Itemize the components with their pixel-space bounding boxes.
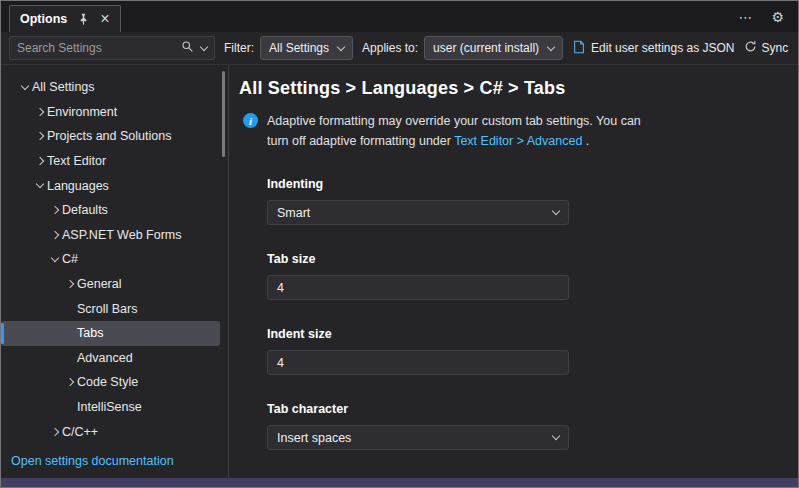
app-body: All Settings Environment Projects and So…	[1, 65, 798, 478]
sidebar-item-general[interactable]: General	[1, 272, 220, 297]
text-editor-advanced-link[interactable]: Text Editor > Advanced	[454, 134, 582, 148]
search-input[interactable]	[17, 41, 174, 55]
tree-item-label: Tabs	[77, 326, 103, 340]
field-tab-size: Tab size	[267, 252, 569, 300]
chevron-right-icon[interactable]	[32, 109, 47, 115]
chevron-right-icon[interactable]	[32, 133, 47, 139]
titlebar-actions: ⋯ ⚙	[738, 1, 798, 32]
field-indenting: Indenting Smart	[267, 177, 569, 225]
chevron-down-icon[interactable]	[47, 258, 62, 261]
sidebar-item-code-style[interactable]: Code Style	[1, 370, 220, 395]
sidebar-item-text-editor[interactable]: Text Editor	[1, 149, 220, 174]
chevron-right-icon[interactable]	[62, 379, 77, 385]
adaptive-formatting-note: i Adaptive formatting may override your …	[243, 111, 763, 151]
indent-size-control	[267, 350, 569, 375]
tab-title: Options	[20, 12, 67, 26]
tree-item-label: Advanced	[77, 351, 133, 365]
search-box[interactable]	[9, 36, 215, 60]
tab-character-select[interactable]: Insert spaces	[267, 425, 569, 450]
search-icon[interactable]	[181, 39, 194, 57]
tab-options[interactable]: Options ×	[9, 5, 121, 32]
sidebar-item-scroll-bars[interactable]: Scroll Bars	[1, 296, 220, 321]
sidebar-item-languages[interactable]: Languages	[1, 173, 220, 198]
breadcrumb: All Settings > Languages > C# > Tabs	[239, 78, 778, 99]
applies-to-group: Applies to: user (current install)	[362, 36, 563, 60]
field-indent-size: Indent size	[267, 327, 569, 375]
chevron-down-icon[interactable]	[17, 86, 32, 89]
tree-item-label: Languages	[47, 179, 109, 193]
tree-item-label: C#	[62, 252, 78, 266]
edit-json-button[interactable]: Edit user settings as JSON	[572, 40, 734, 57]
indenting-label: Indenting	[267, 177, 569, 191]
sync-icon	[744, 40, 757, 56]
tree-item-label: Text Editor	[47, 154, 106, 168]
sidebar-item-all-settings[interactable]: All Settings	[1, 75, 220, 100]
chevron-down-icon	[547, 42, 555, 50]
sidebar-item-csharp[interactable]: C#	[1, 247, 220, 272]
applies-to-value: user (current install)	[433, 41, 539, 55]
tree-item-label: General	[77, 277, 121, 291]
settings-page: All Settings > Languages > C# > Tabs i A…	[229, 65, 798, 478]
sync-button[interactable]: Sync	[744, 40, 789, 56]
filter-group: Filter: All Settings	[224, 36, 353, 60]
sidebar-item-c-cpp[interactable]: C/C++	[1, 419, 220, 444]
sidebar-scrollbar[interactable]	[222, 71, 225, 157]
indent-size-input[interactable]	[277, 356, 559, 370]
chevron-right-icon[interactable]	[47, 232, 62, 238]
chevron-right-icon[interactable]	[47, 429, 62, 435]
close-icon[interactable]: ×	[100, 11, 109, 27]
chevron-down-icon	[552, 432, 560, 440]
tab-character-value: Insert spaces	[277, 431, 351, 445]
tree-item-label: Scroll Bars	[77, 302, 137, 316]
open-settings-documentation-link[interactable]: Open settings documentation	[1, 446, 228, 478]
tab-size-control	[267, 275, 569, 300]
info-line-1: Adaptive formatting may override your cu…	[267, 111, 641, 131]
sidebar-item-advanced[interactable]: Advanced	[1, 346, 220, 371]
tree-item-label: Environment	[47, 105, 117, 119]
tree-item-label: IntelliSense	[77, 400, 142, 414]
filter-dropdown[interactable]: All Settings	[260, 36, 353, 60]
applies-to-dropdown[interactable]: user (current install)	[424, 36, 563, 60]
tree-item-label: Defaults	[62, 203, 108, 217]
ellipsis-menu-icon[interactable]: ⋯	[738, 9, 753, 25]
tree-item-label: ASP.NET Web Forms	[62, 228, 181, 242]
sidebar-item-intellisense[interactable]: IntelliSense	[1, 395, 220, 420]
indent-size-label: Indent size	[267, 327, 569, 341]
indenting-value: Smart	[277, 206, 310, 220]
tabs-settings-form: Indenting Smart Tab size Indent size	[267, 177, 778, 450]
chevron-down-icon	[337, 42, 345, 50]
settings-tree-sidebar: All Settings Environment Projects and So…	[1, 65, 229, 478]
applies-to-label: Applies to:	[362, 41, 418, 55]
tab-character-label: Tab character	[267, 402, 569, 416]
tree-item-label: All Settings	[32, 80, 95, 94]
options-window: Options × ⋯ ⚙ Filte	[0, 0, 799, 488]
tab-size-label: Tab size	[267, 252, 569, 266]
indenting-select[interactable]: Smart	[267, 200, 569, 225]
sidebar-item-aspnet-web-forms[interactable]: ASP.NET Web Forms	[1, 223, 220, 248]
sidebar-item-tabs[interactable]: Tabs	[1, 321, 220, 346]
chevron-right-icon[interactable]	[47, 207, 62, 213]
tree-item-label: C/C++	[62, 425, 98, 439]
filter-label: Filter:	[224, 41, 254, 55]
toolbar: Filter: All Settings Applies to: user (c…	[1, 32, 798, 65]
tree-item-label: Code Style	[77, 375, 138, 389]
info-text: Adaptive formatting may override your cu…	[267, 111, 641, 151]
pin-icon[interactable]	[77, 13, 90, 26]
info-line-2: turn off adaptive formatting under Text …	[267, 131, 641, 151]
tree-item-label: Projects and Solutions	[47, 129, 171, 143]
sidebar-item-environment[interactable]: Environment	[1, 100, 220, 125]
sync-label: Sync	[762, 41, 789, 55]
edit-json-icon	[572, 40, 586, 57]
edit-json-label: Edit user settings as JSON	[591, 41, 734, 55]
chevron-down-icon[interactable]	[32, 184, 47, 187]
sidebar-item-defaults[interactable]: Defaults	[1, 198, 220, 223]
titlebar: Options × ⋯ ⚙	[1, 1, 798, 32]
tab-size-input[interactable]	[277, 281, 559, 295]
info-icon: i	[243, 113, 258, 128]
gear-icon[interactable]: ⚙	[771, 9, 784, 25]
chevron-right-icon[interactable]	[62, 281, 77, 287]
chevron-right-icon[interactable]	[32, 158, 47, 164]
search-chevron-down-icon[interactable]	[200, 42, 208, 50]
sidebar-item-projects-and-solutions[interactable]: Projects and Solutions	[1, 124, 220, 149]
settings-tree: All Settings Environment Projects and So…	[1, 75, 228, 446]
